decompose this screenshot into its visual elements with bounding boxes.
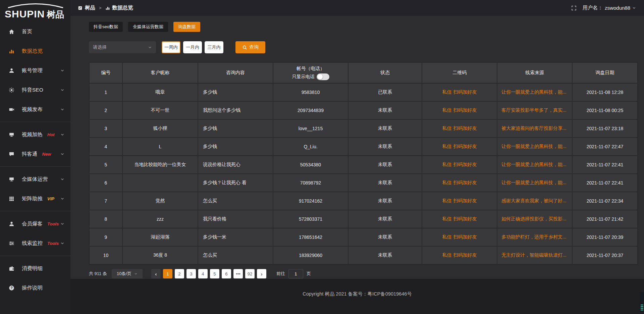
cell-qr: 私信扫码加好友: [422, 247, 497, 264]
col-status: 状态: [348, 63, 422, 83]
cell-content: 多少钱？让我死心 看: [198, 174, 273, 192]
user-menu[interactable]: 用户名： zswodun88: [583, 5, 636, 11]
filter-select[interactable]: 请选择: [89, 41, 156, 53]
table-header-row: 编号 客户昵称 咨询内容 帐号（电话） 只显示电话 状态 二维码 线索来源: [90, 63, 637, 83]
sidebar-item-account-management[interactable]: 账号管理: [0, 61, 70, 80]
sidebar-badge: New: [42, 152, 51, 157]
page-button-1[interactable]: 1: [163, 269, 172, 278]
lead-source-link[interactable]: 让你一眼就爱上的黑科技，能...: [497, 156, 572, 173]
tab-2[interactable]: 询盘数据: [173, 22, 200, 32]
scan-add-friend-link[interactable]: 扫码加好友: [453, 107, 477, 113]
cell-date: 2021-11-07 22:34: [573, 192, 637, 210]
total-count: 共 911 条: [89, 271, 107, 277]
lead-source-link[interactable]: 让你一眼就爱上的黑科技，能...: [497, 138, 572, 155]
cell-id: 6: [90, 174, 122, 192]
cell-id: 8: [90, 210, 122, 228]
breadcrumb-root[interactable]: 树品: [85, 4, 95, 11]
scan-add-friend-link[interactable]: 扫码加好友: [453, 234, 477, 240]
tab-0[interactable]: 抖音seo数据: [89, 22, 123, 32]
scan-add-friend-link[interactable]: 扫码加好友: [453, 180, 477, 185]
col-account: 帐号（电话） 只显示电话: [273, 63, 348, 83]
scan-add-friend-link[interactable]: 扫码加好友: [453, 144, 477, 149]
private-message-link[interactable]: 私信: [442, 89, 452, 95]
chevron-down-icon: [134, 272, 138, 275]
status-badge: 未联系: [348, 247, 422, 264]
toggle-knob: [317, 74, 323, 80]
page-size-select[interactable]: 10条/页: [112, 269, 143, 278]
sidebar-item-label: 操作说明: [22, 284, 43, 292]
tab-1[interactable]: 全媒体运营数据: [128, 22, 168, 32]
private-message-link[interactable]: 私信: [442, 125, 452, 131]
page-button-2[interactable]: 2: [175, 269, 184, 278]
cell-date: 2021-11-08 12:28: [573, 84, 637, 101]
more-pages-button[interactable]: •••: [233, 269, 243, 278]
sidebar-item-label: 全媒体运营: [22, 176, 48, 183]
page-button-92[interactable]: 92: [245, 269, 255, 278]
wallet-icon: [9, 266, 14, 271]
period-button-2[interactable]: 三月内: [205, 41, 223, 53]
lead-source-link[interactable]: 让你一眼就爱上的黑科技，能...: [497, 84, 572, 101]
floating-widget[interactable]: [640, 292, 644, 312]
fullscreen-icon[interactable]: [571, 5, 577, 11]
prev-page-button[interactable]: ‹: [151, 269, 161, 278]
lead-source-link[interactable]: 如何正确选择投影仪，买投影...: [497, 210, 572, 228]
query-button-label: 查询: [249, 44, 259, 50]
chevron-down-icon: [60, 68, 64, 72]
phone-only-toggle[interactable]: [317, 73, 329, 80]
divider: [0, 256, 70, 256]
sidebar-item-operation-guide[interactable]: ?操作说明: [0, 278, 70, 298]
private-message-link[interactable]: 私信: [442, 162, 452, 167]
sidebar-item-lead-monitor[interactable]: 线索监控Tools: [0, 233, 70, 253]
scan-add-friend-link[interactable]: 扫码加好友: [453, 252, 477, 258]
sidebar-item-member-baoke[interactable]: 会员爆客Tools: [0, 214, 70, 233]
page-button-5[interactable]: 5: [210, 269, 219, 278]
private-message-link[interactable]: 私信: [442, 144, 452, 149]
private-message-link[interactable]: 私信: [442, 216, 452, 221]
sidebar-item-media-operation[interactable]: 全媒体运营: [0, 169, 70, 189]
scan-add-friend-link[interactable]: 扫码加好友: [453, 89, 477, 95]
next-page-button[interactable]: ›: [257, 269, 266, 278]
lead-source-link[interactable]: 感谢大家喜欢我家，被问了好...: [497, 192, 572, 210]
sidebar-item-consume-detail[interactable]: 消费明细: [0, 259, 70, 278]
sidebar-item-home[interactable]: 首页: [0, 22, 70, 41]
page-button-4[interactable]: 4: [198, 269, 208, 278]
cell-id: 2: [90, 102, 122, 119]
scan-add-friend-link[interactable]: 扫码加好友: [453, 162, 477, 167]
page-button-6[interactable]: 6: [222, 269, 231, 278]
cell-account: 50534380: [273, 156, 348, 173]
cell-content: 我想问这个多少钱: [198, 102, 273, 119]
query-button[interactable]: 查询: [235, 41, 265, 53]
lead-source-link[interactable]: 多功能护栏灯，适用于乡村文...: [497, 228, 572, 246]
page-button-3[interactable]: 3: [186, 269, 196, 278]
cell-nickname: 不可一世: [123, 102, 198, 119]
cell-account: 183929060: [273, 247, 348, 264]
private-message-link[interactable]: 私信: [442, 234, 452, 240]
lead-source-link[interactable]: 无主灯设计，智能磁吸轨道灯...: [497, 247, 572, 264]
private-message-link[interactable]: 私信: [442, 107, 452, 113]
cell-id: 10: [90, 247, 122, 264]
goto-page-input[interactable]: [288, 269, 303, 278]
private-message-link[interactable]: 私信: [442, 198, 452, 203]
period-button-1[interactable]: 一月内: [183, 41, 202, 53]
col-content: 咨询内容: [198, 63, 273, 83]
period-button-0[interactable]: 一周内: [162, 41, 180, 53]
sidebar-item-label: 线索监控: [22, 240, 43, 247]
scan-add-friend-link[interactable]: 扫码加好友: [453, 216, 477, 221]
lead-source-link[interactable]: 被大家追着问的客厅投影分享...: [497, 120, 572, 137]
private-message-link[interactable]: 私信: [442, 180, 452, 185]
sidebar-item-video-publish[interactable]: 视频发布: [0, 100, 70, 119]
lead-source-link[interactable]: 客厅安装投影半年多了，真实...: [497, 102, 572, 119]
private-message-link[interactable]: 私信: [442, 252, 452, 258]
sidebar-item-douketong[interactable]: 抖客通New: [0, 144, 70, 164]
cell-qr: 私信扫码加好友: [422, 120, 497, 137]
lead-source-link[interactable]: 让你一眼就爱上的黑科技，能...: [497, 174, 572, 192]
gear-icon: [9, 87, 14, 93]
cell-qr: 私信扫码加好友: [422, 102, 497, 119]
scan-add-friend-link[interactable]: 扫码加好友: [453, 125, 477, 131]
sidebar-item-douyin-seo[interactable]: 抖音SEO: [0, 80, 70, 100]
cell-date: 2021-11-07 22:41: [573, 174, 637, 192]
sidebar-item-matrix-boost[interactable]: 矩阵助推VIP: [0, 189, 70, 208]
scan-add-friend-link[interactable]: 扫码加好友: [453, 198, 477, 203]
sidebar-item-data-overview[interactable]: 数据总览: [0, 41, 70, 61]
sidebar-item-video-heat[interactable]: 视频加热Hot: [0, 125, 70, 144]
